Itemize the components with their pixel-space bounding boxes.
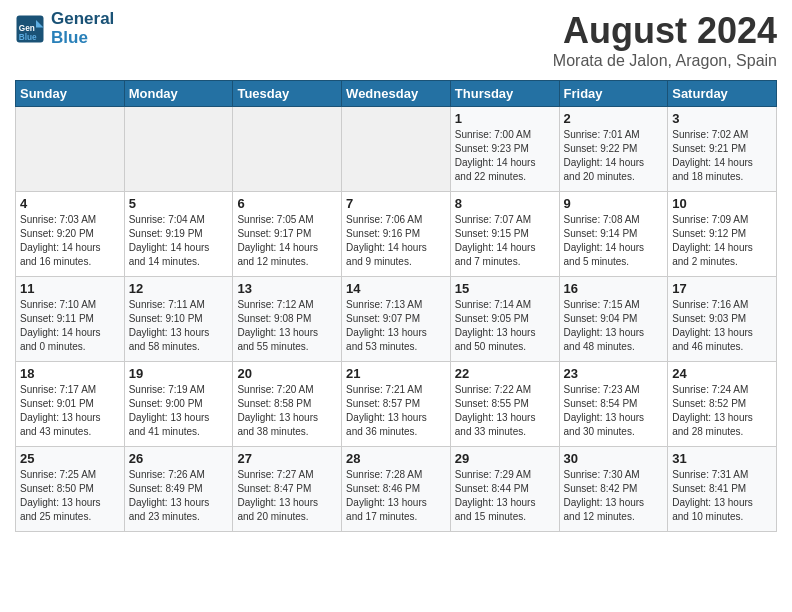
day-info: Sunrise: 7:29 AM Sunset: 8:44 PM Dayligh… [455,468,555,524]
day-info: Sunrise: 7:14 AM Sunset: 9:05 PM Dayligh… [455,298,555,354]
week-row-1: 1Sunrise: 7:00 AM Sunset: 9:23 PM Daylig… [16,107,777,192]
day-info: Sunrise: 7:02 AM Sunset: 9:21 PM Dayligh… [672,128,772,184]
calendar-cell: 10Sunrise: 7:09 AM Sunset: 9:12 PM Dayli… [668,192,777,277]
calendar-cell: 13Sunrise: 7:12 AM Sunset: 9:08 PM Dayli… [233,277,342,362]
logo-line1: General [51,10,114,29]
day-number: 10 [672,196,772,211]
day-info: Sunrise: 7:12 AM Sunset: 9:08 PM Dayligh… [237,298,337,354]
day-number: 23 [564,366,664,381]
calendar-cell: 12Sunrise: 7:11 AM Sunset: 9:10 PM Dayli… [124,277,233,362]
day-info: Sunrise: 7:11 AM Sunset: 9:10 PM Dayligh… [129,298,229,354]
day-info: Sunrise: 7:25 AM Sunset: 8:50 PM Dayligh… [20,468,120,524]
calendar-cell [16,107,125,192]
week-row-4: 18Sunrise: 7:17 AM Sunset: 9:01 PM Dayli… [16,362,777,447]
calendar-cell: 22Sunrise: 7:22 AM Sunset: 8:55 PM Dayli… [450,362,559,447]
day-number: 5 [129,196,229,211]
logo-icon: Gen Blue [15,14,45,44]
calendar-cell: 21Sunrise: 7:21 AM Sunset: 8:57 PM Dayli… [342,362,451,447]
calendar-cell: 4Sunrise: 7:03 AM Sunset: 9:20 PM Daylig… [16,192,125,277]
day-info: Sunrise: 7:16 AM Sunset: 9:03 PM Dayligh… [672,298,772,354]
weekday-tuesday: Tuesday [233,81,342,107]
calendar-cell: 25Sunrise: 7:25 AM Sunset: 8:50 PM Dayli… [16,447,125,532]
day-number: 13 [237,281,337,296]
calendar-cell: 20Sunrise: 7:20 AM Sunset: 8:58 PM Dayli… [233,362,342,447]
day-info: Sunrise: 7:26 AM Sunset: 8:49 PM Dayligh… [129,468,229,524]
weekday-header-row: SundayMondayTuesdayWednesdayThursdayFrid… [16,81,777,107]
day-number: 15 [455,281,555,296]
day-info: Sunrise: 7:19 AM Sunset: 9:00 PM Dayligh… [129,383,229,439]
day-number: 14 [346,281,446,296]
calendar-cell: 19Sunrise: 7:19 AM Sunset: 9:00 PM Dayli… [124,362,233,447]
day-info: Sunrise: 7:30 AM Sunset: 8:42 PM Dayligh… [564,468,664,524]
calendar-cell [124,107,233,192]
day-number: 25 [20,451,120,466]
day-info: Sunrise: 7:10 AM Sunset: 9:11 PM Dayligh… [20,298,120,354]
calendar-cell: 17Sunrise: 7:16 AM Sunset: 9:03 PM Dayli… [668,277,777,362]
logo-line2: Blue [51,29,114,48]
calendar-cell: 15Sunrise: 7:14 AM Sunset: 9:05 PM Dayli… [450,277,559,362]
day-info: Sunrise: 7:23 AM Sunset: 8:54 PM Dayligh… [564,383,664,439]
day-info: Sunrise: 7:21 AM Sunset: 8:57 PM Dayligh… [346,383,446,439]
day-number: 16 [564,281,664,296]
day-number: 9 [564,196,664,211]
calendar-cell: 6Sunrise: 7:05 AM Sunset: 9:17 PM Daylig… [233,192,342,277]
day-info: Sunrise: 7:17 AM Sunset: 9:01 PM Dayligh… [20,383,120,439]
calendar-cell [342,107,451,192]
day-info: Sunrise: 7:07 AM Sunset: 9:15 PM Dayligh… [455,213,555,269]
day-number: 28 [346,451,446,466]
day-number: 22 [455,366,555,381]
day-number: 21 [346,366,446,381]
day-number: 31 [672,451,772,466]
day-info: Sunrise: 7:27 AM Sunset: 8:47 PM Dayligh… [237,468,337,524]
day-info: Sunrise: 7:03 AM Sunset: 9:20 PM Dayligh… [20,213,120,269]
day-info: Sunrise: 7:00 AM Sunset: 9:23 PM Dayligh… [455,128,555,184]
calendar-cell: 26Sunrise: 7:26 AM Sunset: 8:49 PM Dayli… [124,447,233,532]
day-number: 4 [20,196,120,211]
day-info: Sunrise: 7:05 AM Sunset: 9:17 PM Dayligh… [237,213,337,269]
day-info: Sunrise: 7:09 AM Sunset: 9:12 PM Dayligh… [672,213,772,269]
calendar-cell: 24Sunrise: 7:24 AM Sunset: 8:52 PM Dayli… [668,362,777,447]
calendar-cell: 3Sunrise: 7:02 AM Sunset: 9:21 PM Daylig… [668,107,777,192]
day-number: 26 [129,451,229,466]
calendar-title: August 2024 [553,10,777,52]
calendar-cell: 29Sunrise: 7:29 AM Sunset: 8:44 PM Dayli… [450,447,559,532]
day-info: Sunrise: 7:20 AM Sunset: 8:58 PM Dayligh… [237,383,337,439]
week-row-2: 4Sunrise: 7:03 AM Sunset: 9:20 PM Daylig… [16,192,777,277]
day-number: 11 [20,281,120,296]
day-number: 8 [455,196,555,211]
calendar-cell: 18Sunrise: 7:17 AM Sunset: 9:01 PM Dayli… [16,362,125,447]
weekday-sunday: Sunday [16,81,125,107]
week-row-3: 11Sunrise: 7:10 AM Sunset: 9:11 PM Dayli… [16,277,777,362]
weekday-monday: Monday [124,81,233,107]
day-info: Sunrise: 7:31 AM Sunset: 8:41 PM Dayligh… [672,468,772,524]
calendar-cell: 2Sunrise: 7:01 AM Sunset: 9:22 PM Daylig… [559,107,668,192]
day-number: 20 [237,366,337,381]
calendar-table: SundayMondayTuesdayWednesdayThursdayFrid… [15,80,777,532]
logo: Gen Blue General Blue [15,10,114,47]
calendar-cell: 11Sunrise: 7:10 AM Sunset: 9:11 PM Dayli… [16,277,125,362]
day-number: 30 [564,451,664,466]
page-header: Gen Blue General Blue August 2024 Morata… [15,10,777,70]
day-number: 19 [129,366,229,381]
day-number: 1 [455,111,555,126]
calendar-cell: 31Sunrise: 7:31 AM Sunset: 8:41 PM Dayli… [668,447,777,532]
calendar-cell: 28Sunrise: 7:28 AM Sunset: 8:46 PM Dayli… [342,447,451,532]
calendar-cell: 8Sunrise: 7:07 AM Sunset: 9:15 PM Daylig… [450,192,559,277]
week-row-5: 25Sunrise: 7:25 AM Sunset: 8:50 PM Dayli… [16,447,777,532]
calendar-cell: 30Sunrise: 7:30 AM Sunset: 8:42 PM Dayli… [559,447,668,532]
day-number: 6 [237,196,337,211]
day-info: Sunrise: 7:24 AM Sunset: 8:52 PM Dayligh… [672,383,772,439]
day-info: Sunrise: 7:15 AM Sunset: 9:04 PM Dayligh… [564,298,664,354]
day-info: Sunrise: 7:22 AM Sunset: 8:55 PM Dayligh… [455,383,555,439]
calendar-cell: 1Sunrise: 7:00 AM Sunset: 9:23 PM Daylig… [450,107,559,192]
day-info: Sunrise: 7:28 AM Sunset: 8:46 PM Dayligh… [346,468,446,524]
calendar-cell: 7Sunrise: 7:06 AM Sunset: 9:16 PM Daylig… [342,192,451,277]
calendar-subtitle: Morata de Jalon, Aragon, Spain [553,52,777,70]
day-number: 29 [455,451,555,466]
weekday-saturday: Saturday [668,81,777,107]
calendar-cell: 27Sunrise: 7:27 AM Sunset: 8:47 PM Dayli… [233,447,342,532]
day-info: Sunrise: 7:01 AM Sunset: 9:22 PM Dayligh… [564,128,664,184]
calendar-cell: 14Sunrise: 7:13 AM Sunset: 9:07 PM Dayli… [342,277,451,362]
calendar-cell: 23Sunrise: 7:23 AM Sunset: 8:54 PM Dayli… [559,362,668,447]
day-number: 7 [346,196,446,211]
